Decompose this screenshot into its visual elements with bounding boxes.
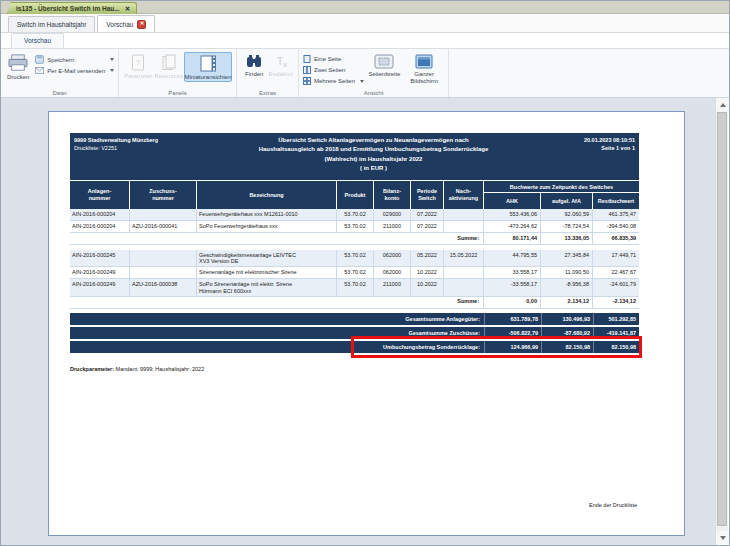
col-periode-switch: Periode Switch: [411, 181, 444, 209]
miniaturansichten-label: Miniaturansichten: [184, 74, 231, 81]
col-bilanzkonto: Bilanz- konto: [374, 181, 411, 209]
group-label-datei: Datei: [1, 90, 118, 96]
parameter-button: ? Parameter: [123, 52, 154, 80]
report-table: Anlagen- nummer Zuschuss- nummer Bezeich…: [70, 181, 639, 353]
one-page-icon: [303, 55, 311, 63]
page-width-icon: [374, 54, 394, 69]
druckliste-id: Druckliste: V2251: [74, 145, 200, 153]
multi-pages-icon: [303, 77, 311, 85]
drucken-label: Drucken: [7, 74, 29, 81]
end-of-list-label: Ende der Druckliste: [589, 502, 637, 508]
email-dropdown-icon[interactable]: [110, 69, 114, 72]
email-versenden-label: Per E-Mail versenden: [47, 68, 105, 74]
finden-button[interactable]: Finden: [241, 52, 268, 78]
total-row-zuschuesse: Gesamtsumme Zuschüsse: -506.822,79 -87.6…: [70, 327, 639, 339]
druckparameter-line: Druckparameter: Mandant: 9999; Haushalts…: [70, 366, 204, 372]
thumbnails-panel-icon: [200, 55, 216, 72]
col-anlagennummer: Anlagen- nummer: [70, 181, 130, 209]
col-aufgel-afa: aufgel. AfA: [541, 193, 593, 209]
resources-pages-icon: [162, 54, 176, 71]
scroll-down-icon: [720, 536, 726, 540]
group-label-ansicht: Ansicht: [299, 90, 448, 96]
table-row: AIN-2016-000249 Sirenenanlage mit elektr…: [70, 267, 639, 279]
eine-seite-button[interactable]: Eine Seite: [303, 55, 365, 63]
ribbon-group-datei: Drucken Speichern Per E-Mail versenden: [1, 49, 119, 97]
ganzer-bildschirm-label: Ganzer Bildschirm: [410, 71, 438, 85]
zwei-seiten-label: Zwei Seiten: [314, 67, 345, 73]
report-header: 9999 Stadtverwaltung Münzberg Druckliste…: [70, 133, 639, 180]
table-row: AIN-2016-000204 AZU-2016-000041 SoPo Feu…: [70, 221, 639, 233]
scroll-down-button[interactable]: [716, 531, 729, 544]
resources-label: Resources: [154, 73, 183, 80]
org-name: 9999 Stadtverwaltung Münzberg: [74, 137, 200, 145]
svg-text:T: T: [276, 55, 283, 67]
scroll-up-button[interactable]: [716, 98, 729, 111]
table-row: AIN-2016-000204 Feuerwehrgerätehaus xxx …: [70, 209, 639, 221]
mehrere-seiten-button[interactable]: Mehrere Seiten: [303, 77, 365, 85]
report-page: 9999 Stadtverwaltung Münzberg Druckliste…: [48, 111, 685, 536]
envelope-icon: [35, 67, 44, 74]
table-row: AIN-2016-000249 AZU-2016-000038 SoPo Sir…: [70, 279, 639, 296]
finden-label: Finden: [245, 71, 263, 78]
printer-icon: [7, 54, 29, 72]
col-restbuchwert: Restbuchwert: [593, 193, 639, 209]
redaktor-label: Redaktor: [269, 71, 293, 78]
window-tab[interactable]: is135 - Übersicht Switch im Hau... ✕: [7, 2, 137, 14]
preview-area[interactable]: 9999 Stadtverwaltung Münzberg Druckliste…: [1, 98, 717, 546]
parameter-label: Parameter: [124, 73, 152, 80]
mehrere-seiten-label: Mehrere Seiten: [314, 78, 355, 84]
tab-switch-im-haushaltsjahr[interactable]: Switch im Haushaltsjahr: [8, 16, 95, 32]
seitenbreite-label: Seitenbreite: [368, 71, 400, 78]
col-produkt: Produkt: [337, 181, 374, 209]
speichern-button[interactable]: Speichern: [35, 55, 114, 64]
ribbon: Drucken Speichern Per E-Mail versenden: [1, 49, 729, 98]
zwei-seiten-button[interactable]: Zwei Seiten: [303, 66, 365, 74]
speichern-label: Speichern: [47, 57, 74, 63]
email-versenden-button[interactable]: Per E-Mail versenden: [35, 67, 114, 74]
fullscreen-icon: [415, 54, 433, 69]
text-editor-icon: T: [274, 54, 288, 69]
window-close-icon[interactable]: ✕: [125, 5, 130, 13]
resources-button: Resources: [154, 52, 185, 80]
window-tab-title: is135 - Übersicht Switch im Hau...: [16, 5, 120, 12]
col-group-buchwerte: Buchwerte zum Zeitpunkt des Switches AHK…: [484, 181, 639, 209]
mehrere-seiten-dropdown-icon[interactable]: [360, 80, 364, 83]
miniaturansichten-button[interactable]: Miniaturansichten: [184, 52, 232, 82]
ganzer-bildschirm-button[interactable]: Ganzer Bildschirm: [404, 52, 444, 85]
titlebar: is135 - Übersicht Switch im Hau... ✕: [1, 1, 729, 14]
col-ahk: AHK: [484, 193, 541, 209]
scrollbar-thumb[interactable]: [717, 112, 727, 526]
report-datetime: 20.01.2023 08:10:51: [547, 137, 635, 145]
redaktor-button: T Redaktor: [268, 52, 295, 78]
group-label-extras: Extras: [237, 90, 298, 96]
binoculars-icon: [246, 54, 262, 69]
tab-close-icon[interactable]: ✕: [137, 20, 146, 29]
ribbon-tab-vorschau[interactable]: Vorschau: [11, 33, 64, 48]
col-nachaktivierung: Nach- aktivierung: [444, 181, 484, 209]
vertical-scrollbar[interactable]: [715, 98, 728, 544]
ribbon-group-panels: ? Parameter Resources Miniaturansichten …: [119, 49, 237, 97]
group-label-panels: Panels: [119, 90, 236, 96]
col-zuschussnummer: Zuschuss- nummer: [130, 181, 197, 209]
sum-row: Summe: 0,00 2.134,12 -2.134,12: [70, 297, 639, 309]
report-title: Übersicht Switch Altanlagevermögen zu Ne…: [200, 133, 547, 180]
report-page-info: Seite 1 von 1: [547, 145, 635, 153]
eine-seite-label: Eine Seite: [314, 56, 341, 62]
parameter-page-icon: ?: [131, 54, 145, 71]
sum-row: Summe: 80.171,44 13.336,05 66.835,39: [70, 233, 639, 245]
seitenbreite-button[interactable]: Seitenbreite: [365, 52, 405, 78]
table-header: Anlagen- nummer Zuschuss- nummer Bezeich…: [70, 181, 639, 209]
tab-vorschau[interactable]: Vorschau ✕: [97, 15, 155, 32]
total-row-umbuchungsbetrag: Umbuchungsbetrag Sonderrücklage: 124.966…: [70, 341, 639, 353]
ribbon-group-extras: Finden T Redaktor Extras: [237, 49, 299, 97]
two-pages-icon: [303, 66, 311, 74]
app-window: is135 - Übersicht Switch im Hau... ✕ Swi…: [0, 0, 730, 546]
ribbon-tab-strip: Vorschau: [1, 33, 729, 49]
drucken-button[interactable]: Drucken: [5, 52, 31, 81]
total-row-anlagegueter: Gesamtsumme Anlagegüter: 631.789,78 130.…: [70, 313, 639, 325]
svg-text:?: ?: [136, 58, 141, 67]
col-bezeichnung: Bezeichnung: [197, 181, 337, 209]
ribbon-group-ansicht: Eine Seite Zwei Seiten Mehrere Seiten: [299, 49, 449, 97]
table-row: AIN-2016-000245 Geschwindigkeitsmessanla…: [70, 250, 639, 267]
speichern-dropdown-icon[interactable]: [110, 58, 114, 61]
